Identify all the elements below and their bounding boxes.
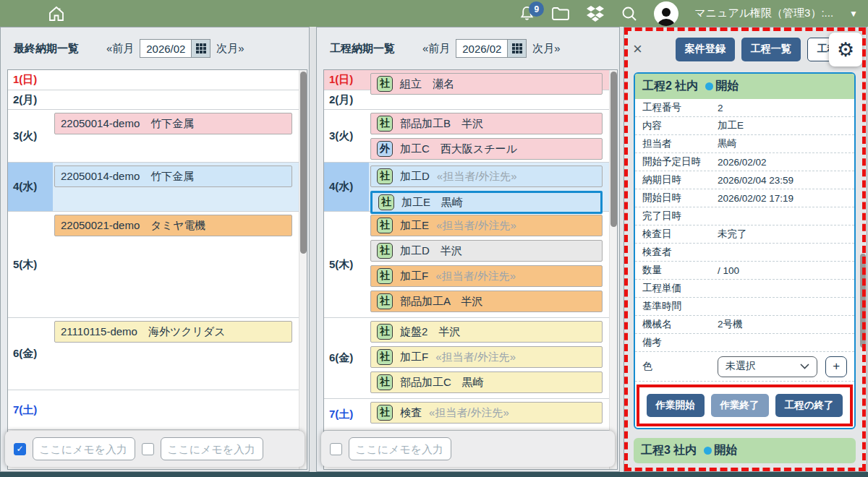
field-label: 検査者 xyxy=(642,246,718,259)
process-detail-panel: × 案件登録工程一覧工程を ⚙ 工程2 社内 開始 工程番号2内容加工E担当者黒… xyxy=(624,27,867,472)
day-label: 6(金) xyxy=(324,318,369,398)
entry-text: 加工F xyxy=(400,270,428,283)
action-buttons-highlight: 作業開始作業終了工程の終了 xyxy=(637,384,853,426)
memo-input[interactable] xyxy=(161,437,263,460)
memo-input[interactable] xyxy=(349,437,451,460)
next-month-button[interactable]: 次月» xyxy=(216,42,244,56)
next-month-button[interactable]: 次月» xyxy=(532,42,560,56)
add-color-button[interactable]: + xyxy=(825,356,847,377)
schedule-entry[interactable]: 社加工F«担当者/外注先» xyxy=(370,346,603,368)
chevron-down-icon xyxy=(800,364,809,369)
schedule-entry[interactable]: 外加工C 西大阪スチール xyxy=(370,138,603,160)
day-row: 4(水)22050014-demo 竹下金属 xyxy=(8,163,307,212)
panel-title: 工程納期一覧 xyxy=(330,42,395,56)
user-account-label[interactable]: マニュアル権限（管理3）:... xyxy=(694,7,833,20)
month-nav: «前月 次月» xyxy=(101,39,250,58)
folder-icon[interactable] xyxy=(551,6,570,22)
field-value: 2026/02/02 xyxy=(718,157,767,168)
calendar-picker-icon[interactable] xyxy=(192,39,210,58)
scrollbar-thumb[interactable] xyxy=(300,72,307,254)
schedule-entry[interactable]: 22050021-demo タミヤ電機 xyxy=(54,215,292,236)
status-dot xyxy=(705,82,713,90)
day-label: 3(火) xyxy=(8,110,53,162)
month-input[interactable] xyxy=(456,39,508,58)
internal-badge: 社 xyxy=(378,194,394,210)
memo-input[interactable] xyxy=(33,437,135,460)
day-label: 4(水) xyxy=(8,163,53,211)
bell-icon[interactable]: 9 xyxy=(519,5,535,22)
schedule-entry[interactable]: 社旋盤2 半沢 xyxy=(370,321,603,343)
caret-down-icon[interactable]: ▼ xyxy=(849,9,858,19)
detail-field-row: 開始予定日時2026/02/02 xyxy=(635,153,854,171)
close-icon[interactable]: × xyxy=(633,41,642,57)
scrollbar-thumb[interactable] xyxy=(610,72,617,227)
entry-text: 旋盤2 半沢 xyxy=(400,325,460,339)
internal-badge: 社 xyxy=(377,293,393,309)
entry-text: 検査 xyxy=(400,406,422,420)
schedule-entry[interactable]: 22050014-demo 竹下金属 xyxy=(54,113,292,134)
day-row: 5(木)22050021-demo タミヤ電機 xyxy=(8,212,307,318)
memo-checkbox[interactable]: ✓ xyxy=(14,443,26,455)
user-avatar[interactable] xyxy=(654,1,678,26)
memo-bar: ✓ xyxy=(5,431,305,467)
internal-badge: 社 xyxy=(377,168,393,184)
field-label: 内容 xyxy=(642,119,718,132)
day-entries: 社加工D«担当者/外注先»社加工E 黒崎 xyxy=(369,163,617,211)
day-label: 3(火) xyxy=(324,110,369,162)
schedule-entry[interactable]: 社部品加工C 黒崎 xyxy=(370,371,603,393)
field-value: 2026/02/02 17:19 xyxy=(718,193,793,204)
dropbox-icon[interactable] xyxy=(586,5,605,22)
day-label: 2(月) xyxy=(8,90,53,109)
schedule-entry[interactable]: 21110115-demo 海外ツクリダス xyxy=(54,321,292,343)
scrollbar-track[interactable] xyxy=(609,70,617,469)
day-entries: 社組立 瀬名 xyxy=(369,70,617,90)
internal-badge: 社 xyxy=(377,76,393,92)
prev-month-button[interactable]: «前月 xyxy=(422,42,450,56)
day-row: 6(金)21110115-demo 海外ツクリダス xyxy=(8,318,307,390)
schedule-entry[interactable]: 社加工D 半沢 xyxy=(370,240,603,262)
menu-icon[interactable] xyxy=(12,7,30,20)
prev-month-button[interactable]: «前月 xyxy=(106,42,134,56)
detail-field-row: 担当者黒崎 xyxy=(635,135,854,153)
action-button[interactable]: 工程の終了 xyxy=(775,394,843,417)
panel-header: 最終納期一覧 «前月 次月» xyxy=(1,27,309,69)
search-icon[interactable] xyxy=(621,5,638,22)
schedule-entry[interactable]: 社部品加工B 半沢 xyxy=(370,113,603,134)
action-button[interactable]: 作業終了 xyxy=(711,394,769,417)
process-status: 開始 xyxy=(715,79,739,94)
home-icon[interactable] xyxy=(48,5,65,22)
schedule-entry[interactable]: 社加工E 黒崎 xyxy=(370,191,603,214)
day-label: 1(日) xyxy=(8,70,53,90)
month-input[interactable] xyxy=(140,39,192,58)
detail-field-row: 内容加工E xyxy=(635,117,854,135)
memo-checkbox[interactable] xyxy=(142,443,154,455)
schedule-entry[interactable]: 社加工D«担当者/外注先» xyxy=(370,166,603,187)
toolbar-button[interactable]: 工程一覧 xyxy=(741,38,801,61)
scrollbar-thumb[interactable] xyxy=(860,254,866,348)
schedule-entry[interactable]: 社検査«担当者/外注先» xyxy=(370,402,603,424)
gear-icon[interactable]: ⚙ xyxy=(829,33,862,66)
action-button[interactable]: 作業開始 xyxy=(647,394,705,417)
internal-badge: 社 xyxy=(377,218,393,233)
final-due-date-list: 1(日)2(月)3(火)22050014-demo 竹下金属4(水)220500… xyxy=(7,69,307,470)
scrollbar-track[interactable] xyxy=(299,70,307,469)
day-entries: 21110115-demo 海外ツクリダス xyxy=(53,318,307,390)
schedule-entry[interactable]: 22050014-demo 竹下金属 xyxy=(54,166,292,187)
schedule-entry[interactable]: 社加工F«担当者/外注先» xyxy=(370,265,603,287)
calendar-picker-icon[interactable] xyxy=(508,39,527,58)
field-label: 備考 xyxy=(642,336,718,349)
schedule-entry[interactable]: 社部品加工A 半沢 xyxy=(370,291,603,312)
toolbar-button[interactable]: 案件登録 xyxy=(676,38,735,61)
next-process-card[interactable]: 工程3 社内 開始 xyxy=(634,438,856,463)
day-row: 4(水)社加工D«担当者/外注先»社加工E 黒崎 xyxy=(324,163,617,212)
entry-text: 部品加工C 黒崎 xyxy=(400,376,484,390)
process-due-date-list: 1(日)社組立 瀬名2(月)3(火)社部品加工B 半沢外加工C 西大阪スチール4… xyxy=(323,69,618,470)
color-select[interactable]: 未選択 xyxy=(718,356,817,377)
field-label: 検査日 xyxy=(642,228,718,241)
entry-text: 部品加工A 半沢 xyxy=(400,295,482,309)
field-value: 2号機 xyxy=(718,318,743,331)
memo-checkbox[interactable] xyxy=(330,443,342,455)
schedule-entry[interactable]: 社加工E«担当者/外注先» xyxy=(370,215,603,236)
page-bottom-strip xyxy=(0,472,868,477)
field-label: 完了日時 xyxy=(642,210,718,223)
